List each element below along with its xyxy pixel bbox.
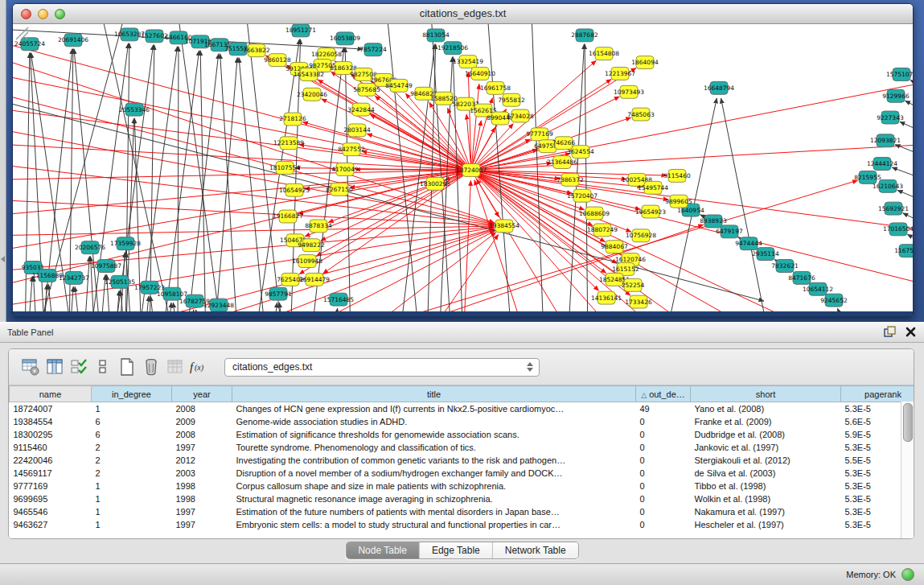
black-edge	[162, 51, 199, 311]
network-window[interactable]: citations_edges.txt 24055724206914061065…	[12, 3, 914, 317]
black-edge	[138, 47, 178, 311]
graph-node-label: 3242844	[347, 106, 375, 113]
red-edge	[13, 92, 494, 223]
table-cell: 2	[92, 441, 172, 454]
resize-grip-icon[interactable]	[13, 24, 29, 40]
black-edge	[585, 44, 588, 311]
column-header-title[interactable]: title	[232, 386, 636, 402]
graph-node-label: 10958107	[157, 290, 187, 298]
table-cell: 9463627	[10, 518, 92, 531]
graph-node-label: 8427552	[338, 146, 364, 153]
graph-node-label: 8938923	[700, 217, 727, 225]
black-edge	[387, 24, 419, 311]
graph-node-label: 12342737	[59, 274, 89, 282]
tab-edge-table[interactable]: Edge Table	[420, 542, 493, 558]
table-row[interactable]: 1830029562008Estimation of significance …	[10, 428, 915, 441]
table-cell: 49	[636, 402, 691, 416]
table-row[interactable]: 969969511998Structural magnetic resonanc…	[10, 492, 915, 505]
tab-network-table[interactable]: Network Table	[493, 542, 578, 558]
graph-node-label: 8215955	[854, 174, 881, 181]
graph-node-label: 8267150	[326, 186, 353, 193]
graph-node-label: 9899605	[665, 198, 692, 205]
column-header-name[interactable]: name	[10, 386, 92, 402]
graph-node-label: 7386372	[556, 176, 583, 183]
graph-node-label: 6734028	[507, 113, 534, 120]
table-row[interactable]: 946362711997Embryonic stem cells: a mode…	[10, 518, 915, 531]
table-cell: 6	[92, 415, 172, 428]
graph-node-label: 9129966	[882, 93, 910, 100]
table-selector-dropdown[interactable]: citations_edges.txt	[224, 358, 540, 377]
graph-node-label: 16914479	[299, 276, 330, 283]
black-edge	[290, 39, 301, 311]
black-edge	[837, 308, 853, 311]
graph-node-label: 20553346	[119, 106, 150, 113]
table-row[interactable]: 1938455462009Genome-wide association stu…	[10, 415, 915, 428]
table-cell: Wolkin et al. (1998)	[691, 492, 841, 505]
table-cell: 0	[636, 518, 691, 531]
table-scrollbar[interactable]	[901, 402, 914, 538]
table-row[interactable]: 977716911998Corpus callosum shape and si…	[10, 480, 915, 492]
table-cell: 14569117	[10, 467, 92, 480]
table-row[interactable]: 2242004622012Investigating the contribut…	[10, 454, 915, 467]
table-cell: 9115460	[10, 441, 92, 454]
table-cell: 1	[92, 480, 172, 492]
column-header-pagerank[interactable]: pagerank	[841, 386, 915, 402]
table-toolbar: f (x) citations_edges.txt	[9, 349, 914, 385]
float-panel-icon[interactable]	[884, 326, 896, 338]
red-edge	[13, 228, 494, 307]
column-header-short[interactable]: short	[691, 386, 841, 402]
network-window-titlebar[interactable]: citations_edges.txt	[13, 4, 913, 24]
graph-node-label: 20691406	[58, 36, 88, 43]
graph-node-label: 1864094	[631, 59, 659, 66]
table-cell: 1	[92, 518, 172, 531]
collapsed-side-panel[interactable]	[0, 0, 6, 322]
table-cell: Genome-wide association studies in ADHD.	[232, 415, 636, 428]
table-tabs: Node TableEdge TableNetwork Table	[345, 542, 578, 559]
graph-node-label: 13325419	[453, 58, 483, 65]
graph-node-label: 3624554	[567, 148, 594, 155]
table-columns-icon[interactable]	[43, 356, 67, 378]
tab-node-table[interactable]: Node Table	[346, 542, 420, 558]
network-window-title: citations_edges.txt	[13, 4, 913, 23]
column-header-in_degree[interactable]: in_degree	[92, 386, 172, 402]
graph-node-label: 12923448	[203, 302, 234, 309]
table-row[interactable]: 946554611997Estimation of the future num…	[10, 505, 915, 518]
close-panel-icon[interactable]	[906, 327, 916, 337]
table-panel-header[interactable]: Table Panel	[0, 322, 924, 343]
table-settings-icon[interactable]	[18, 356, 43, 378]
graph-node-label: 8813054	[422, 31, 450, 39]
table-row[interactable]: 911546021997Tourette syndrome. Phenomeno…	[10, 441, 915, 454]
table-row[interactable]: 1872400712008Changes of HCN gene express…	[10, 402, 915, 416]
black-edge	[144, 296, 149, 311]
zoom-window-icon[interactable]	[55, 9, 65, 19]
select-columns-icon[interactable]	[67, 356, 91, 378]
panel-expand-arrow-icon[interactable]	[1, 256, 5, 262]
graph-node-label: 16961758	[480, 84, 511, 92]
delete-table-icon[interactable]	[139, 356, 163, 378]
status-bar: Memory: OK	[0, 563, 924, 585]
black-edge	[272, 303, 277, 311]
close-window-icon[interactable]	[21, 9, 31, 19]
graph-node-label: 8454749	[385, 82, 413, 89]
table-cell: Corpus callosum shape and size in male p…	[232, 480, 636, 492]
graph-node-label: 1167533	[894, 247, 913, 254]
graph-node-label: 7663822	[243, 47, 269, 54]
table-cell: Nakamura et al. (1997)	[691, 505, 841, 518]
row-height-icon[interactable]	[91, 356, 115, 378]
graph-node-label: 2887682	[571, 31, 598, 39]
table-row[interactable]: 1456911722003Disruption of a novel membe…	[10, 467, 915, 480]
graph-node-label: 19166827	[273, 213, 303, 220]
column-header-out_de[interactable]: △out_de…	[636, 386, 691, 402]
dropdown-stepper-icon	[527, 362, 533, 372]
graph-node-label: 20206576	[75, 244, 105, 251]
table-cell: Disruption of a novel member of a sodium…	[232, 467, 636, 480]
table-scrollbar-thumb[interactable]	[903, 403, 913, 442]
new-table-icon[interactable]	[115, 356, 139, 378]
function-builder-icon[interactable]: f (x)	[187, 356, 211, 378]
minimize-window-icon[interactable]	[38, 9, 48, 19]
table-cell: 1998	[172, 492, 232, 505]
column-header-year[interactable]: year	[172, 386, 232, 402]
table-cell: 0	[636, 505, 691, 518]
network-canvas[interactable]: 2405572420691406106532871527602646616010…	[13, 24, 913, 316]
table-cell: Hescheler et al. (1997)	[691, 518, 841, 531]
